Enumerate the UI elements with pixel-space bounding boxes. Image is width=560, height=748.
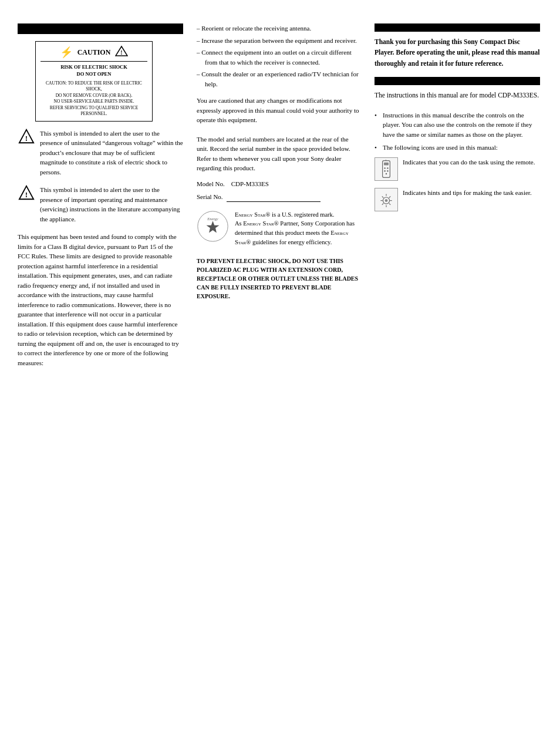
fcc-block: This equipment has been tested and found… <box>18 232 183 368</box>
svg-line-27 <box>382 203 383 204</box>
svg-text:!: ! <box>121 49 123 56</box>
serial-no-label: Serial No. <box>197 193 223 200</box>
symbol-row-2: ! This symbol is intended to alert the u… <box>18 185 183 224</box>
tips-icon-row: Indicates hints and tips for making the … <box>375 188 540 211</box>
svg-text:!: ! <box>25 191 28 200</box>
measure-item-3: Connect the equipment into an outlet on … <box>197 48 361 67</box>
caution-body: RISK OF ELECTRIC SHOCK DO NOT OPEN CAUTI… <box>41 64 147 117</box>
energy-star-section: Energy Energy Star® is a U.S. registered… <box>197 210 361 247</box>
section-bar-1 <box>375 23 540 32</box>
energy-star-logo: Energy <box>197 210 229 244</box>
model-no-value: CDP-M333ES <box>231 180 269 187</box>
energy-star-text: Energy Star® is a U.S. registered mark. … <box>235 210 361 247</box>
symbol1-text: This symbol is intended to alert the use… <box>40 129 183 177</box>
svg-point-15 <box>386 173 387 174</box>
svg-text:!: ! <box>25 134 28 143</box>
remote-icon <box>375 157 398 181</box>
caution-title: CAUTION <box>77 48 111 57</box>
model-no-label: Model No. <box>197 180 225 187</box>
measure-item-4: Consult the dealer or an experienced rad… <box>197 69 361 89</box>
warning-block: TO PREVENT ELECTRIC SHOCK, DO NOT USE TH… <box>197 257 361 301</box>
manual-notes-list: Instructions in this manual describe the… <box>375 110 540 153</box>
column-3: Thank you for purchasing this Sony Compa… <box>370 23 540 730</box>
model-serial-intro: The model and serial numbers are located… <box>197 134 361 173</box>
svg-marker-8 <box>207 221 220 233</box>
model-serial-section: The model and serial numbers are located… <box>197 134 361 202</box>
caution-modifications-text: You are cautioned that any changes or mo… <box>197 96 361 125</box>
intro-text: Thank you for purchasing this Sony Compa… <box>375 36 540 69</box>
fcc-text: This equipment has been tested and found… <box>18 232 183 368</box>
fcc-measures-list: Reorient or relocate the receiving anten… <box>197 23 361 89</box>
manual-note-1: Instructions in this manual describe the… <box>375 110 540 140</box>
serial-no-field <box>227 201 321 202</box>
svg-point-13 <box>384 170 385 171</box>
svg-rect-10 <box>384 162 389 165</box>
caution-body-text: CAUTION: TO REDUCE THE RISK OF ELECTRIC … <box>41 80 147 117</box>
remote-icon-desc: Indicates that you can do the task using… <box>403 157 535 167</box>
manual-note-2: The following icons are used in this man… <box>375 143 540 153</box>
section-bar-2 <box>375 77 540 85</box>
col1-header-bar <box>18 23 183 34</box>
important-instructions-icon: ! <box>18 185 35 203</box>
symbol2-text: This symbol is intended to alert the use… <box>40 185 183 224</box>
measure-item-1: Reorient or relocate the receiving anten… <box>197 23 361 33</box>
svg-line-25 <box>389 203 390 204</box>
energy-star-brand: Energy Star® <box>235 211 270 218</box>
lightning-left-icon: ⚡ <box>60 46 73 59</box>
svg-line-26 <box>389 196 390 197</box>
column-2: Reorient or relocate the receiving anten… <box>194 23 364 730</box>
caution-box: ⚡ CAUTION ! RISK OF ELECTRIC SHOCK DO NO… <box>35 41 153 122</box>
caution-header: ⚡ CAUTION ! <box>41 45 147 62</box>
tips-icon <box>375 188 398 211</box>
svg-line-24 <box>382 196 383 197</box>
model-info-text: The instructions in this manual are for … <box>375 90 540 100</box>
measure-item-2: Increase the separation between the equi… <box>197 36 361 46</box>
svg-point-12 <box>387 167 388 169</box>
remote-icon-row: Indicates that you can do the task using… <box>375 157 540 181</box>
column-1: ⚡ CAUTION ! RISK OF ELECTRIC SHOCK DO NO… <box>18 23 188 730</box>
model-no-line: Model No. CDP-M333ES <box>197 179 361 189</box>
svg-point-19 <box>385 199 388 202</box>
svg-point-14 <box>387 170 388 171</box>
caution-line2: DO NOT OPEN <box>41 71 147 78</box>
caution-line1: RISK OF ELECTRIC SHOCK <box>41 64 147 71</box>
tips-icon-desc: Indicates hints and tips for making the … <box>403 188 532 198</box>
serial-no-line: Serial No. <box>197 192 361 202</box>
danger-voltage-icon: ! <box>18 129 35 146</box>
exclamation-right-icon: ! <box>115 45 128 59</box>
svg-point-11 <box>384 167 385 169</box>
svg-text:Energy: Energy <box>207 216 218 220</box>
symbol-row-1: ! This symbol is intended to alert the u… <box>18 129 183 177</box>
